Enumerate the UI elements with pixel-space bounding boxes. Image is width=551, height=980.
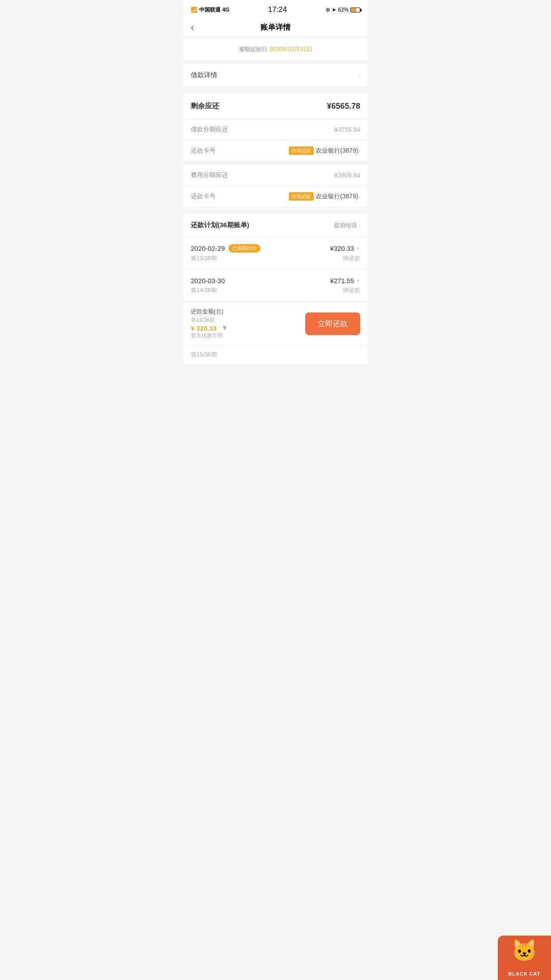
overdue-label: 逾期起始日: [239, 46, 268, 52]
carrier-name: 中国联通: [199, 6, 220, 14]
plan-header: 还款计划(36期账单) 提前结清 ›: [184, 214, 367, 237]
chevron-right-icon: ›: [358, 72, 360, 79]
time-display: 17:24: [268, 5, 287, 14]
early-settlement-label: 提前结清: [334, 221, 357, 229]
loan-details-section: 借款详情 ›: [184, 64, 367, 87]
loan-details-label: 借款详情: [191, 71, 217, 79]
divider-2: [184, 87, 367, 90]
carrier-info: 📶 中国联通 4G: [191, 6, 229, 14]
back-button[interactable]: ‹: [191, 22, 194, 33]
loan-details-chevron: ›: [358, 72, 360, 79]
fee-installment-label: 费用分期应还: [191, 171, 228, 179]
inner-divider: [184, 162, 367, 165]
overdue-banner: 逾期起始日 2020年03月01日: [184, 38, 367, 60]
fee-card-row[interactable]: 还款卡号 自动还款 农业银行(3879) ›: [184, 186, 367, 207]
payment-date-2: 2020-03-30: [191, 277, 225, 285]
bottom-bar-label: 还款金额(元): [191, 308, 305, 316]
payment-period-1: 第13/36期: [191, 254, 217, 262]
fee-card-label: 还款卡号: [191, 193, 216, 201]
bottom-bar-left: 还款金额(元) 第13/36期 ¥ 320.33 ▼ 暂无优惠可用: [191, 308, 305, 340]
payment-period-2: 第14/36期: [191, 286, 217, 294]
down-arrow-2: ▼: [356, 278, 360, 283]
payment-row-2-top: 2020-03-30 ¥271.55 ▼: [191, 277, 360, 285]
payment-status-1: 待还款: [343, 254, 360, 262]
battery-info: ⊕ ➤ 62%: [326, 7, 360, 13]
nav-bar: ‹ 账单详情: [184, 17, 367, 38]
divider-1: [184, 60, 367, 64]
divider-3: [184, 207, 367, 210]
payment-date-1: 2020-02-29: [191, 245, 225, 252]
loan-card-number: 农业银行(3879): [315, 147, 358, 155]
payment-amount-1: ¥320.33 ▼: [330, 245, 360, 252]
loan-card-chevron: ›: [358, 147, 360, 154]
navigation-icon: ➤: [332, 7, 336, 13]
fee-card-number: 农业银行(3879): [315, 193, 358, 201]
payment-date-area-1: 2020-02-29 已逾期18天: [191, 244, 260, 253]
loan-card-row[interactable]: 还款卡号 自动还款 农业银行(3879) ›: [184, 140, 367, 162]
payment-row-1-top: 2020-02-29 已逾期18天 ¥320.33 ▼: [191, 244, 360, 253]
location-icon: ⊕: [326, 7, 330, 13]
loan-card-value-row: 自动还款 农业银行(3879) ›: [289, 146, 360, 155]
next-period-row: 第15/36期: [184, 345, 367, 364]
payment-row-1-bottom: 第13/36期 待还款: [191, 254, 360, 262]
payment-row-1[interactable]: 2020-02-29 已逾期18天 ¥320.33 ▼ 第13/36期 待还款: [184, 237, 367, 270]
fee-card-value-row: 自动还款 农业银行(3879) ›: [289, 192, 360, 201]
dropdown-icon[interactable]: ▼: [221, 324, 228, 332]
signal-icon: 📶: [191, 7, 197, 13]
remaining-value: ¥6565.78: [327, 102, 360, 111]
loan-auto-badge: 自动还款: [289, 146, 314, 155]
payment-row-2[interactable]: 2020-03-30 ¥271.55 ▼ 第14/36期 待还款: [184, 270, 367, 302]
down-arrow-1: ▼: [356, 246, 360, 251]
payment-amount-2: ¥271.55 ▼: [330, 277, 360, 285]
pay-now-button[interactable]: 立即还款: [305, 312, 360, 335]
overdue-date: 2020年03月01日: [269, 46, 312, 52]
loan-details-row[interactable]: 借款详情 ›: [184, 64, 367, 87]
fee-auto-badge: 自动还款: [289, 192, 314, 201]
early-settlement-chevron: ›: [358, 222, 360, 229]
payment-amount-value-1: ¥320.33: [330, 245, 354, 252]
bottom-bar-amount: ¥ 320.33: [191, 324, 216, 332]
fee-installment-value: ¥2809.84: [335, 172, 360, 179]
remaining-row: 剩余应还 ¥6565.78: [184, 94, 367, 119]
loan-installment-value: ¥3755.94: [335, 126, 360, 133]
battery-icon: [350, 8, 360, 12]
fee-card-chevron: ›: [358, 193, 360, 200]
overdue-badge-1: 已逾期18天: [228, 244, 260, 253]
plan-section: 还款计划(36期账单) 提前结清 › 2020-02-29 已逾期18天 ¥32…: [184, 214, 367, 364]
payment-date-area-2: 2020-03-30: [191, 277, 225, 285]
payment-amount-value-2: ¥271.55: [330, 277, 354, 285]
page-title: 账单详情: [260, 22, 291, 32]
status-bar: 📶 中国联通 4G 17:24 ⊕ ➤ 62%: [184, 0, 367, 17]
payment-status-2: 待还款: [343, 286, 360, 294]
next-period-label: 第15/36期: [191, 351, 217, 358]
fee-installment-row: 费用分期应还 ¥2809.84: [184, 165, 367, 186]
battery-percent: 62%: [338, 7, 349, 13]
remaining-label: 剩余应还: [191, 102, 219, 111]
bottom-payment-bar: 还款金额(元) 第13/36期 ¥ 320.33 ▼ 暂无优惠可用 立即还款: [184, 302, 367, 345]
payment-row-2-bottom: 第14/36期 待还款: [191, 286, 360, 294]
network-type: 4G: [222, 7, 229, 13]
loan-installment-label: 借款分期应还: [191, 126, 228, 134]
bottom-bar-period: 第13/36期: [191, 316, 305, 324]
plan-title: 还款计划(36期账单): [191, 221, 249, 229]
early-settlement-button[interactable]: 提前结清 ›: [334, 221, 360, 229]
summary-section: 剩余应还 ¥6565.78 借款分期应还 ¥3755.94 还款卡号 自动还款 …: [184, 94, 367, 207]
bottom-bar-note: 暂无优惠可用: [191, 332, 305, 340]
loan-card-label: 还款卡号: [191, 147, 216, 155]
bottom-bar-amount-row: ¥ 320.33 ▼: [191, 324, 305, 332]
loan-installment-row: 借款分期应还 ¥3755.94: [184, 119, 367, 140]
